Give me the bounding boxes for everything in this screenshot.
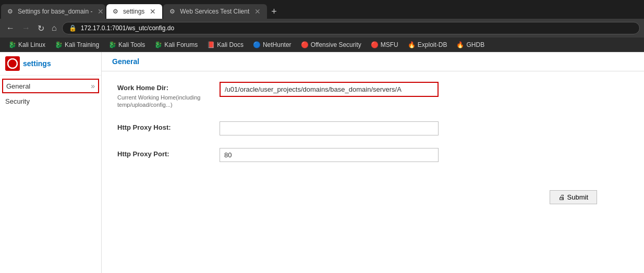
- bookmark-kali-docs-label: Kali Docs: [217, 41, 244, 48]
- tab-icon-2: ⚙: [113, 8, 120, 15]
- bookmark-nethunter[interactable]: 🔵 NetHunter: [249, 40, 296, 49]
- bookmark-offensive-security[interactable]: 🔴 Offensive Security: [297, 40, 366, 49]
- tab-icon-3: ⚙: [169, 8, 177, 15]
- submit-button[interactable]: 🖨 Submit: [550, 190, 597, 204]
- sidebar-nav: General » Security: [0, 76, 101, 110]
- back-button[interactable]: ←: [4, 22, 17, 34]
- sidebar: settings General » Security: [0, 52, 102, 273]
- submit-row: 🖨 Submit: [102, 185, 613, 209]
- http-proxy-port-input-col: [220, 148, 628, 162]
- work-home-dir-label-col: Work Home Dir: Current Working Home(incl…: [117, 82, 211, 109]
- form-area: Work Home Dir: Current Working Home(incl…: [102, 71, 644, 185]
- nav-bar: ← → ↻ ⌂ 🔒 172.17.0.1:7001/ws_utc/config.…: [0, 19, 644, 38]
- bookmark-kali-forums-label: Kali Forums: [164, 41, 198, 48]
- kali-docs-icon: 📕: [207, 41, 215, 48]
- work-home-dir-input-col: [220, 82, 628, 97]
- bookmark-ghdb[interactable]: 🔥 GHDB: [452, 40, 489, 49]
- tab-settings-domain[interactable]: ⚙ Settings for base_domain - ✕: [1, 4, 105, 19]
- work-home-dir-row: Work Home Dir: Current Working Home(incl…: [117, 82, 628, 109]
- kali-forums-icon: 🐉: [154, 41, 162, 48]
- refresh-button[interactable]: ↻: [35, 22, 46, 34]
- ghdb-icon: 🔥: [456, 41, 464, 48]
- svg-point-0: [8, 59, 17, 68]
- tab-bar: ⚙ Settings for base_domain - ✕ ⚙ setting…: [0, 0, 644, 19]
- section-title: General: [112, 57, 139, 66]
- bookmark-ghdb-label: GHDB: [466, 41, 484, 48]
- app-title[interactable]: settings: [23, 59, 51, 68]
- tab-close-2[interactable]: ✕: [150, 7, 156, 16]
- tab-webservices[interactable]: ⚙ Web Services Test Client ✕: [163, 4, 267, 19]
- nethunter-icon: 🔵: [253, 41, 261, 48]
- http-proxy-host-label-col: Http Proxy Host:: [117, 121, 211, 131]
- http-proxy-host-row: Http Proxy Host:: [117, 121, 628, 135]
- http-proxy-port-input[interactable]: [220, 148, 439, 162]
- bookmark-kali-training[interactable]: 🐉 Kali Training: [51, 40, 103, 49]
- browser-chrome: ⚙ Settings for base_domain - ✕ ⚙ setting…: [0, 0, 644, 52]
- address-text: 172.17.0.1:7001/ws_utc/config.do: [81, 24, 174, 32]
- tab-label-1: Settings for base_domain -: [18, 8, 92, 15]
- bookmark-kali-docs[interactable]: 📕 Kali Docs: [203, 40, 248, 49]
- kali-linux-icon: 🐉: [8, 41, 16, 48]
- kali-training-icon: 🐉: [55, 41, 63, 48]
- bookmark-kali-training-label: Kali Training: [65, 41, 99, 48]
- tab-close-1[interactable]: ✕: [98, 7, 104, 16]
- new-tab-button[interactable]: +: [267, 4, 281, 19]
- tab-icon-1: ⚙: [7, 8, 15, 15]
- address-bar[interactable]: 🔒 172.17.0.1:7001/ws_utc/config.do: [62, 22, 640, 34]
- page-content: settings General » Security General Work…: [0, 52, 644, 273]
- http-proxy-port-label-col: Http Proxy Port:: [117, 148, 211, 158]
- main-content: General Work Home Dir: Current Working H…: [102, 52, 644, 273]
- sidebar-item-general[interactable]: General »: [2, 79, 99, 93]
- work-home-dir-label: Work Home Dir:: [117, 84, 211, 92]
- bookmark-kali-forums[interactable]: 🐉 Kali Forums: [150, 40, 202, 49]
- oracle-logo: [5, 56, 20, 71]
- home-button[interactable]: ⌂: [50, 22, 59, 34]
- bookmark-kali-tools[interactable]: 🐉 Kali Tools: [104, 40, 149, 49]
- submit-label: Submit: [567, 193, 588, 201]
- exploit-db-icon: 🔥: [408, 41, 416, 48]
- forward-button[interactable]: →: [20, 22, 32, 34]
- section-header: General: [102, 52, 644, 71]
- offensive-security-icon: 🔴: [301, 41, 309, 48]
- msfu-icon: 🔴: [371, 41, 379, 48]
- sidebar-item-security[interactable]: Security: [0, 94, 101, 108]
- submit-icon: 🖨: [558, 193, 565, 201]
- bookmark-kali-linux-label: Kali Linux: [18, 41, 45, 48]
- tab-settings[interactable]: ⚙ settings ✕: [106, 4, 162, 19]
- http-proxy-host-input[interactable]: [220, 121, 439, 135]
- bookmark-msfu[interactable]: 🔴 MSFU: [367, 40, 403, 49]
- work-home-dir-input[interactable]: [220, 82, 439, 97]
- bookmark-kali-tools-label: Kali Tools: [118, 41, 145, 48]
- http-proxy-host-input-col: [220, 121, 628, 135]
- security-icon: 🔒: [69, 24, 77, 32]
- bookmark-offensive-security-label: Offensive Security: [311, 41, 361, 48]
- kali-tools-icon: 🐉: [108, 41, 116, 48]
- sidebar-arrow-icon: »: [91, 82, 95, 90]
- bookmark-exploit-db-label: Exploit-DB: [418, 41, 447, 48]
- bookmark-msfu-label: MSFU: [381, 41, 398, 48]
- tab-label-3: Web Services Test Client: [180, 8, 249, 15]
- sidebar-general-label: General: [6, 82, 30, 90]
- tab-close-3[interactable]: ✕: [254, 7, 261, 16]
- sidebar-security-label: Security: [5, 97, 30, 105]
- work-home-dir-sublabel: Current Working Home(including temp/uplo…: [117, 94, 211, 109]
- tab-label-2: settings: [123, 8, 144, 15]
- sidebar-header: settings: [0, 52, 101, 76]
- bookmark-exploit-db[interactable]: 🔥 Exploit-DB: [404, 40, 452, 49]
- http-proxy-host-label: Http Proxy Host:: [117, 123, 211, 131]
- bookmark-kali-linux[interactable]: 🐉 Kali Linux: [4, 40, 50, 49]
- bookmarks-bar: 🐉 Kali Linux 🐉 Kali Training 🐉 Kali Tool…: [0, 38, 644, 52]
- http-proxy-port-label: Http Proxy Port:: [117, 150, 211, 158]
- http-proxy-port-row: Http Proxy Port:: [117, 148, 628, 162]
- bookmark-nethunter-label: NetHunter: [263, 41, 291, 48]
